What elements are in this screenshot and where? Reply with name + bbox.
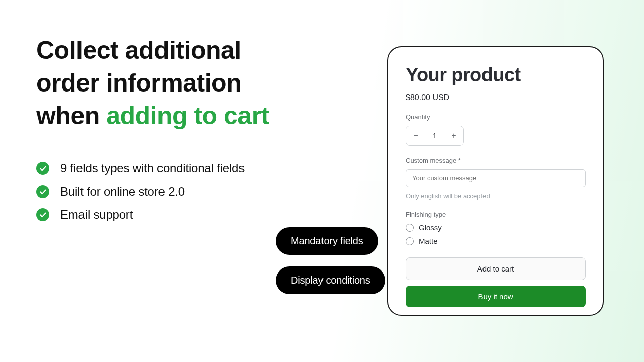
features-list: 9 fields types with conditional fields B…	[36, 161, 318, 222]
headline-accent: adding to cart	[106, 102, 269, 130]
feature-item: 9 fields types with conditional fields	[36, 161, 318, 175]
feature-text: 9 fields types with conditional fields	[60, 161, 245, 175]
buy-now-button[interactable]: Buy it now	[406, 286, 586, 307]
product-card: Your product $80.00 USD Quantity − 1 + C…	[387, 46, 604, 316]
add-to-cart-button[interactable]: Add to cart	[406, 257, 586, 280]
feature-item: Email support	[36, 208, 318, 222]
quantity-value: 1	[425, 126, 444, 145]
pill-display-conditions: Display conditions	[276, 266, 385, 294]
check-icon	[36, 208, 49, 221]
custom-message-hint: Only english will be accepted	[406, 192, 586, 200]
feature-item: Built for online store 2.0	[36, 185, 318, 199]
finishing-option-matte[interactable]: Matte	[406, 237, 586, 245]
custom-message-label: Custom message *	[406, 157, 586, 164]
headline-line2: order information	[36, 69, 242, 97]
quantity-stepper: − 1 +	[406, 126, 464, 146]
radio-icon[interactable]	[406, 224, 414, 232]
check-icon	[36, 162, 49, 175]
product-price: $80.00 USD	[406, 93, 586, 102]
quantity-label: Quantity	[406, 113, 586, 121]
headline: Collect additional order information whe…	[36, 34, 318, 132]
finishing-option-glossy[interactable]: Glossy	[406, 223, 586, 232]
quantity-increase-button[interactable]: +	[444, 126, 463, 145]
quantity-decrease-button[interactable]: −	[406, 126, 425, 145]
check-icon	[36, 185, 49, 198]
product-title: Your product	[406, 64, 586, 86]
feature-text: Email support	[60, 208, 133, 222]
finishing-type-label: Finishing type	[406, 211, 586, 218]
pill-mandatory-fields: Mandatory fields	[276, 227, 378, 255]
radio-icon[interactable]	[406, 237, 414, 245]
feature-text: Built for online store 2.0	[60, 185, 185, 199]
custom-message-input[interactable]	[406, 169, 586, 187]
headline-line1: Collect additional	[36, 36, 242, 64]
radio-label: Matte	[419, 237, 438, 245]
headline-line3-pre: when	[36, 102, 106, 130]
radio-label: Glossy	[419, 223, 442, 232]
